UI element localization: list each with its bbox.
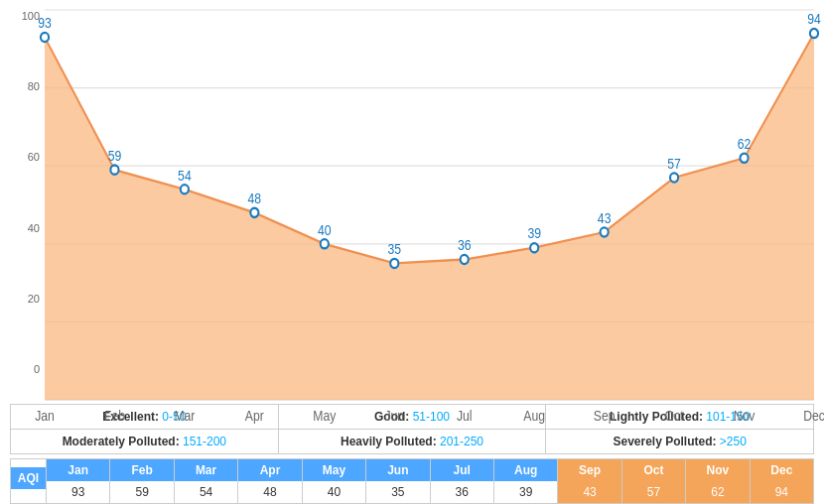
table-month-header: Nov: [686, 459, 749, 481]
chart-value-label: 54: [178, 168, 192, 184]
chart-dot: [530, 243, 538, 252]
legend-row: Excellent: 0-50Good: 51-100Lightly Pollu…: [11, 405, 813, 430]
table-col: Nov62: [686, 459, 750, 503]
table-month-header: Oct: [622, 459, 685, 481]
table-label-header: [11, 459, 46, 467]
table-aqi-value: 94: [751, 481, 813, 503]
table-col: Aug39: [494, 459, 558, 503]
table-col: Sep43: [558, 459, 621, 503]
chart-dot: [461, 255, 469, 264]
y-axis-label: 20: [10, 293, 45, 305]
chart-value-label: 59: [108, 148, 122, 164]
table-col: Dec94: [751, 459, 813, 503]
table-aqi-value: 35: [366, 481, 429, 503]
chart-value-label: 43: [598, 210, 612, 226]
legend-item: Severely Polluted: >250: [546, 430, 813, 453]
table-aqi-value: 43: [558, 481, 620, 503]
legend-section: Excellent: 0-50Good: 51-100Lightly Pollu…: [10, 404, 814, 454]
chart-value-label: 94: [807, 12, 821, 28]
legend-key: Heavily Polluted:: [341, 435, 440, 448]
table-aqi-value: 39: [494, 481, 557, 503]
y-axis-label: 40: [10, 222, 45, 234]
chart-value-label: 35: [387, 241, 401, 257]
chart-dot: [250, 208, 258, 217]
legend-key: Moderately Polluted:: [63, 435, 183, 448]
chart-dot: [670, 173, 678, 182]
chart-dot: [110, 166, 118, 175]
legend-value: >250: [720, 435, 747, 448]
chart-dot: [740, 154, 748, 163]
table-month-header: Jun: [366, 459, 429, 481]
table-month-header: Dec: [751, 459, 813, 481]
table-aqi-value: 40: [303, 481, 365, 503]
chart-dot: [41, 33, 49, 42]
chart-container: 100806040200 93Jan59Feb54Mar48Apr40May35…: [0, 0, 824, 504]
table-col: Jul36: [431, 459, 494, 503]
legend-item: Heavily Polluted: 201-250: [279, 430, 547, 453]
table-col: Feb59: [110, 459, 174, 503]
table-aqi-value: 93: [47, 481, 109, 503]
chart-area: 100806040200 93Jan59Feb54Mar48Apr40May35…: [10, 10, 814, 400]
x-axis-label: Mar: [174, 408, 196, 424]
legend-value: 151-200: [183, 435, 226, 448]
x-axis-label: Dec: [803, 408, 824, 424]
x-axis-label: Aug: [523, 408, 545, 424]
table-aqi-value: 48: [238, 481, 301, 503]
table-col: May40: [303, 459, 366, 503]
legend-item: Moderately Polluted: 151-200: [11, 430, 279, 453]
chart-value-label: 40: [318, 222, 332, 238]
legend-key: Severely Polluted:: [613, 435, 719, 448]
legend-key: Lightly Polluted:: [610, 410, 706, 424]
chart-dot: [390, 259, 398, 268]
chart-value-label: 62: [738, 136, 752, 152]
table-month-header: Jul: [431, 459, 493, 481]
x-axis-label: Oct: [665, 408, 684, 424]
table-month-header: May: [303, 459, 365, 481]
table-month-header: Sep: [558, 459, 620, 481]
table-col: Oct57: [622, 459, 686, 503]
table-month-header: Mar: [175, 459, 237, 481]
table-aqi-value: 57: [622, 481, 685, 503]
x-axis-label: Sep: [594, 408, 616, 424]
chart-dot: [810, 29, 818, 38]
chart-inner: 93Jan59Feb54Mar48Apr40May35Jun36Jul39Aug…: [45, 10, 814, 400]
table-section: AQIJan93Feb59Mar54Apr48May40Jun35Jul36Au…: [10, 458, 814, 504]
table-aqi-value: 54: [175, 481, 237, 503]
chart-value-label: 39: [527, 226, 541, 242]
x-axis-label: Feb: [104, 408, 125, 424]
y-axis-label: 60: [10, 151, 45, 163]
table-aqi-value: 36: [431, 481, 493, 503]
table-month-header: Jan: [47, 459, 109, 481]
chart-value-label: 48: [248, 190, 262, 206]
table-col: Jun35: [366, 459, 430, 503]
chart-dot: [181, 185, 189, 193]
chart-dot: [601, 227, 609, 236]
table-aqi-value: 59: [110, 481, 173, 503]
table-col: Mar54: [175, 459, 238, 503]
table-aqi-label: AQI: [11, 467, 46, 489]
table-month-header: Feb: [110, 459, 173, 481]
table-month-header: Apr: [238, 459, 301, 481]
legend-value: 51-100: [413, 410, 450, 424]
table-col: Jan93: [47, 459, 110, 503]
x-axis-label: May: [313, 408, 337, 424]
table-month-header: Aug: [494, 459, 557, 481]
legend-value: 201-250: [440, 435, 483, 448]
chart-value-label: 93: [38, 16, 52, 32]
y-axis-label: 80: [10, 80, 45, 92]
y-axis-label: 0: [10, 363, 45, 375]
chart-value-label: 36: [458, 238, 472, 254]
x-axis-label: Apr: [245, 408, 265, 424]
table-label-col: AQI: [11, 459, 47, 503]
table-col: Apr48: [238, 459, 302, 503]
chart-value-label: 57: [667, 156, 681, 172]
chart-svg: 93Jan59Feb54Mar48Apr40May35Jun36Jul39Aug…: [45, 10, 814, 400]
x-axis-label: Jan: [35, 408, 55, 424]
table-aqi-value: 62: [686, 481, 749, 503]
y-axis: 100806040200: [10, 10, 45, 400]
x-axis-label: Nov: [734, 408, 755, 424]
x-axis-label: Jun: [384, 408, 404, 424]
chart-dot: [321, 239, 329, 248]
x-axis-label: Jul: [457, 408, 473, 424]
legend-row: Moderately Polluted: 151-200Heavily Poll…: [11, 430, 813, 453]
